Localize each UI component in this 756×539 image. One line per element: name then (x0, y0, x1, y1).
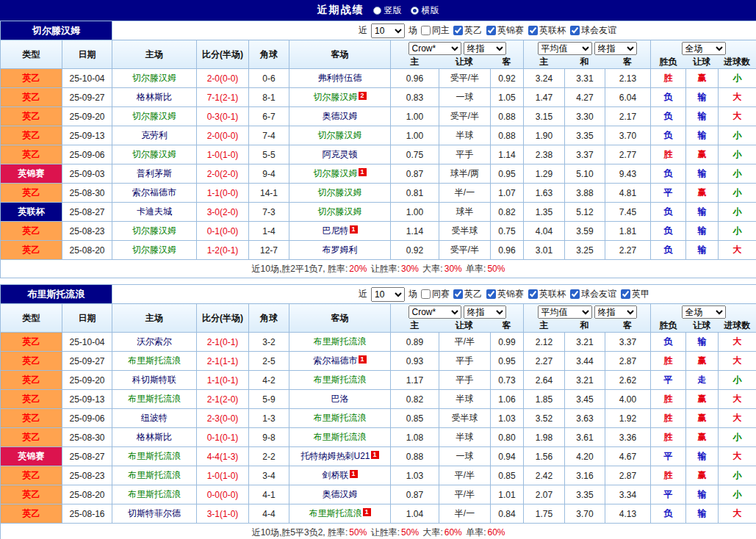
team-link[interactable]: 卡迪夫城 (137, 206, 172, 217)
scope-select[interactable]: 全场 (682, 305, 726, 319)
red-card-badge: 1 (359, 168, 367, 176)
league-filter[interactable]: 球会友谊 (570, 24, 616, 37)
same-venue-filter[interactable]: 同赛 (421, 288, 450, 300)
league-filter[interactable]: 英乙 (453, 288, 482, 300)
team-link[interactable]: 沃尔索尔 (137, 336, 172, 347)
euro-avg-select[interactable]: 平均值 (538, 42, 592, 55)
away-team-cell: 布里斯托流浪 (289, 333, 391, 352)
wdl-result-cell: 负 (651, 241, 686, 260)
team-link[interactable]: 切尔滕汉姆 (318, 130, 362, 140)
league-filter-checkbox[interactable] (621, 289, 630, 299)
goals-result-cell: 小 (719, 184, 756, 203)
team-link[interactable]: 布里斯托流浪 (309, 508, 362, 518)
team-link[interactable]: 索尔福德市 (314, 355, 358, 366)
team-link[interactable]: 科切斯特联 (132, 375, 176, 385)
match-date-cell: 25-08-16 (62, 504, 112, 524)
league-filter-checkbox[interactable] (570, 26, 580, 35)
team-link[interactable]: 切尔滕汉姆 (314, 168, 358, 178)
filters: 近 10 场 同赛 英乙英锦赛英联杯球会友谊英甲 (112, 287, 756, 302)
odds-company-select[interactable]: Crow* (408, 305, 461, 319)
score-cell: 2-1(2-0) (197, 390, 249, 409)
team-link[interactable]: 格林斯比 (137, 432, 172, 442)
team-link[interactable]: 巴尼特 (323, 225, 349, 236)
team-link[interactable]: 布里斯托流浪 (314, 336, 367, 347)
match-count-select[interactable]: 10 (371, 23, 405, 38)
euro-time-select[interactable]: 终指 (594, 305, 637, 319)
team-link[interactable]: 索尔福德市 (132, 187, 176, 198)
team-link[interactable]: 布罗姆利 (323, 245, 358, 255)
layout-radio-vertical[interactable]: 竖版 (373, 4, 402, 17)
team-link[interactable]: 托特纳姆热刺U21 (300, 451, 370, 461)
radio-selected-icon[interactable] (411, 7, 419, 15)
match-date-cell: 25-09-27 (62, 88, 112, 107)
team-link[interactable]: 格林斯比 (137, 92, 172, 102)
euro-draw-odds-cell: 3.70 (565, 504, 605, 524)
league-filter[interactable]: 英锦赛 (486, 24, 524, 37)
home-team-cell: 索尔福德市 (112, 184, 197, 203)
asian-away-odds-cell: 0.85 (491, 466, 524, 485)
same-venue-filter[interactable]: 同主 (421, 24, 450, 37)
league-filter[interactable]: 英甲 (621, 288, 649, 300)
league-filter[interactable]: 英乙 (453, 24, 482, 37)
home-team-cell: 切尔滕汉姆 (112, 107, 197, 126)
corners-cell: 4-1 (249, 485, 289, 504)
home-team-cell: 格林斯比 (112, 88, 197, 107)
team-link[interactable]: 布里斯托流浪 (128, 394, 181, 404)
euro-away-odds-cell: 4.13 (605, 504, 651, 524)
same-venue-checkbox[interactable] (421, 289, 431, 299)
league-filter-checkbox[interactable] (486, 26, 496, 35)
league-filter-label: 球会友谊 (581, 288, 616, 300)
team-link[interactable]: 切斯特菲尔德 (128, 508, 181, 518)
league-filter[interactable]: 英联杯 (528, 24, 566, 37)
odds-time-select[interactable]: 终指 (464, 305, 506, 319)
team-link[interactable]: 布里斯托流浪 (128, 489, 181, 499)
team-link[interactable]: 克劳利 (141, 130, 168, 140)
team-link[interactable]: 布里斯托流浪 (314, 432, 367, 442)
scope-select[interactable]: 全场 (682, 42, 726, 55)
league-filter[interactable]: 英联杯 (528, 288, 566, 300)
team-link[interactable]: 奥德汉姆 (323, 111, 358, 121)
euro-draw-odds-cell: 3.21 (565, 333, 605, 352)
red-card-badge: 1 (359, 355, 367, 363)
same-venue-checkbox[interactable] (421, 26, 431, 35)
layout-radio-horizontal[interactable]: 横版 (411, 4, 439, 17)
league-filter-checkbox[interactable] (528, 289, 538, 299)
competition-type-cell: 英乙 (1, 504, 62, 524)
match-count-select[interactable]: 10 (371, 287, 405, 302)
team-link[interactable]: 纽波特 (141, 413, 168, 423)
team-link[interactable]: 切尔滕汉姆 (318, 187, 362, 198)
team-link[interactable]: 剑桥联 (323, 470, 349, 480)
team-link[interactable]: 布里斯托流浪 (128, 470, 181, 480)
odds-time-select[interactable]: 终指 (464, 42, 506, 55)
team-link[interactable]: 布里斯托流浪 (128, 355, 181, 366)
team-link[interactable]: 布里斯托流浪 (314, 413, 367, 423)
league-filter[interactable]: 球会友谊 (570, 288, 616, 300)
team-link[interactable]: 切尔滕汉姆 (318, 206, 362, 217)
team-link[interactable]: 布里斯托流浪 (314, 375, 367, 385)
goals-result-cell: 大 (719, 107, 756, 126)
team-link[interactable]: 奥德汉姆 (323, 489, 358, 499)
team-link[interactable]: 切尔滕汉姆 (132, 73, 176, 83)
euro-time-select[interactable]: 终指 (594, 42, 637, 55)
team-link[interactable]: 切尔滕汉姆 (132, 245, 176, 255)
team-link[interactable]: 布里斯托流浪 (128, 451, 181, 461)
team-link[interactable]: 切尔滕汉姆 (132, 149, 176, 159)
team-link[interactable]: 切尔滕汉姆 (132, 111, 176, 121)
team-link[interactable]: 巴洛 (331, 394, 349, 404)
asian-away-odds-cell: 1.07 (491, 184, 524, 203)
odds-company-select[interactable]: Crow* (408, 42, 461, 55)
euro-avg-select[interactable]: 平均值 (538, 305, 592, 319)
league-filter-checkbox[interactable] (486, 289, 496, 299)
team-link[interactable]: 普利茅斯 (137, 168, 172, 178)
team-link[interactable]: 弗利特伍德 (318, 73, 362, 83)
league-filter[interactable]: 英锦赛 (486, 288, 524, 300)
league-filter-checkbox[interactable] (453, 289, 463, 299)
league-filter-checkbox[interactable] (570, 289, 580, 299)
team-link[interactable]: 切尔滕汉姆 (314, 92, 358, 102)
wdl-result-cell: 负 (651, 203, 686, 222)
league-filter-checkbox[interactable] (453, 26, 463, 35)
league-filter-checkbox[interactable] (528, 26, 538, 35)
radio-icon[interactable] (373, 7, 381, 15)
team-link[interactable]: 阿克灵顿 (323, 149, 358, 159)
team-link[interactable]: 切尔滕汉姆 (132, 225, 176, 236)
